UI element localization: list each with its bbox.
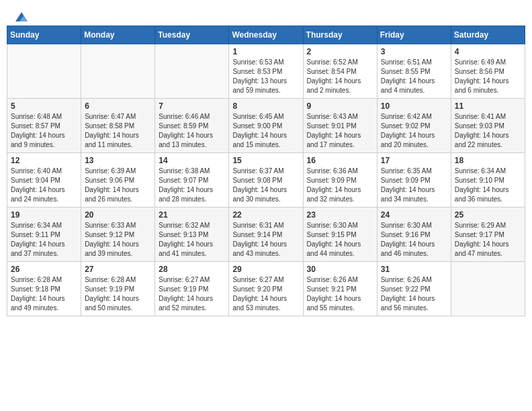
day-info: Sunrise: 6:40 AMSunset: 9:04 PMDaylight:… <box>11 167 77 204</box>
day-info: Sunrise: 6:36 AMSunset: 9:09 PMDaylight:… <box>307 167 373 204</box>
calendar-day-cell: 18Sunrise: 6:34 AMSunset: 9:10 PMDayligh… <box>451 153 525 208</box>
day-info: Sunrise: 6:46 AMSunset: 8:59 PMDaylight:… <box>159 112 225 150</box>
calendar-table: SundayMondayTuesdayWednesdayThursdayFrid… <box>7 26 525 316</box>
sunset-text: Sunset: 9:18 PM <box>11 285 77 294</box>
sunset-text: Sunset: 9:21 PM <box>307 285 373 294</box>
calendar-week-row: 5Sunrise: 6:48 AMSunset: 8:57 PMDaylight… <box>7 99 525 153</box>
sunset-text: Sunset: 8:56 PM <box>455 67 521 77</box>
day-number: 9 <box>307 101 373 111</box>
sunset-text: Sunset: 9:12 PM <box>85 230 151 240</box>
day-number: 27 <box>85 265 151 274</box>
sunrise-text: Sunrise: 6:39 AM <box>85 167 151 176</box>
daylight-text: Daylight: 14 hours and 28 minutes. <box>159 185 225 204</box>
day-info: Sunrise: 6:52 AMSunset: 8:54 PMDaylight:… <box>307 58 373 95</box>
day-info: Sunrise: 6:28 AMSunset: 9:18 PMDaylight:… <box>11 275 77 313</box>
sunrise-text: Sunrise: 6:34 AM <box>455 167 521 176</box>
logo-icon <box>14 11 29 23</box>
day-number: 17 <box>381 156 447 165</box>
day-of-week-header: Friday <box>377 26 451 44</box>
sunset-text: Sunset: 9:13 PM <box>159 230 225 240</box>
calendar-day-cell: 5Sunrise: 6:48 AMSunset: 8:57 PMDaylight… <box>7 99 81 153</box>
calendar-day-cell: 9Sunrise: 6:43 AMSunset: 9:01 PMDaylight… <box>303 99 377 153</box>
daylight-text: Daylight: 14 hours and 43 minutes. <box>232 240 299 259</box>
day-info: Sunrise: 6:31 AMSunset: 9:14 PMDaylight:… <box>232 221 299 259</box>
sunset-text: Sunset: 9:02 PM <box>381 122 447 131</box>
day-info: Sunrise: 6:30 AMSunset: 9:16 PMDaylight:… <box>381 221 447 259</box>
day-number: 1 <box>232 47 299 56</box>
calendar-day-cell: 3Sunrise: 6:51 AMSunset: 8:55 PMDaylight… <box>377 44 451 99</box>
sunrise-text: Sunrise: 6:35 AM <box>381 167 447 176</box>
day-info: Sunrise: 6:35 AMSunset: 9:09 PMDaylight:… <box>381 167 447 204</box>
sunset-text: Sunset: 9:16 PM <box>381 230 447 240</box>
sunrise-text: Sunrise: 6:27 AM <box>159 275 225 285</box>
day-number: 2 <box>307 47 373 56</box>
day-info: Sunrise: 6:34 AMSunset: 9:11 PMDaylight:… <box>11 221 77 259</box>
day-info: Sunrise: 6:42 AMSunset: 9:02 PMDaylight:… <box>381 112 447 150</box>
daylight-text: Daylight: 14 hours and 6 minutes. <box>455 77 521 95</box>
calendar-day-cell: 13Sunrise: 6:39 AMSunset: 9:06 PMDayligh… <box>81 153 155 208</box>
daylight-text: Daylight: 14 hours and 52 minutes. <box>159 294 225 313</box>
calendar-day-cell: 10Sunrise: 6:42 AMSunset: 9:02 PMDayligh… <box>377 99 451 153</box>
calendar-day-cell: 24Sunrise: 6:30 AMSunset: 9:16 PMDayligh… <box>377 208 451 262</box>
calendar-day-cell <box>155 44 229 99</box>
sunset-text: Sunset: 9:19 PM <box>159 285 225 294</box>
day-number: 25 <box>455 210 521 220</box>
day-number: 4 <box>455 47 521 56</box>
calendar-day-cell: 8Sunrise: 6:45 AMSunset: 9:00 PMDaylight… <box>229 99 303 153</box>
daylight-text: Daylight: 14 hours and 50 minutes. <box>85 294 151 313</box>
sunrise-text: Sunrise: 6:41 AM <box>455 112 521 122</box>
sunrise-text: Sunrise: 6:30 AM <box>307 221 373 230</box>
sunrise-text: Sunrise: 6:46 AM <box>159 112 225 122</box>
daylight-text: Daylight: 14 hours and 26 minutes. <box>85 185 151 204</box>
day-number: 21 <box>159 210 225 220</box>
day-number: 30 <box>307 265 373 274</box>
calendar-day-cell: 14Sunrise: 6:38 AMSunset: 9:07 PMDayligh… <box>155 153 229 208</box>
sunrise-text: Sunrise: 6:52 AM <box>307 58 373 67</box>
calendar-day-cell: 21Sunrise: 6:32 AMSunset: 9:13 PMDayligh… <box>155 208 229 262</box>
sunrise-text: Sunrise: 6:29 AM <box>455 221 521 230</box>
calendar-week-row: 19Sunrise: 6:34 AMSunset: 9:11 PMDayligh… <box>7 208 525 262</box>
daylight-text: Daylight: 14 hours and 47 minutes. <box>455 240 521 259</box>
sunset-text: Sunset: 9:07 PM <box>159 176 225 185</box>
sunrise-text: Sunrise: 6:28 AM <box>85 275 151 285</box>
day-number: 7 <box>159 101 225 111</box>
day-info: Sunrise: 6:32 AMSunset: 9:13 PMDaylight:… <box>159 221 225 259</box>
sunset-text: Sunset: 9:17 PM <box>455 230 521 240</box>
daylight-text: Daylight: 14 hours and 53 minutes. <box>232 294 299 313</box>
calendar-day-cell: 27Sunrise: 6:28 AMSunset: 9:19 PMDayligh… <box>81 262 155 316</box>
sunrise-text: Sunrise: 6:30 AM <box>381 221 447 230</box>
calendar-day-cell: 15Sunrise: 6:37 AMSunset: 9:08 PMDayligh… <box>229 153 303 208</box>
day-info: Sunrise: 6:43 AMSunset: 9:01 PMDaylight:… <box>307 112 373 150</box>
sunrise-text: Sunrise: 6:45 AM <box>232 112 299 122</box>
daylight-text: Daylight: 14 hours and 15 minutes. <box>232 131 299 150</box>
sunrise-text: Sunrise: 6:26 AM <box>307 275 373 285</box>
daylight-text: Daylight: 14 hours and 24 minutes. <box>11 185 77 204</box>
calendar-day-cell: 6Sunrise: 6:47 AMSunset: 8:58 PMDaylight… <box>81 99 155 153</box>
calendar-day-cell: 12Sunrise: 6:40 AMSunset: 9:04 PMDayligh… <box>7 153 81 208</box>
sunrise-text: Sunrise: 6:33 AM <box>85 221 151 230</box>
day-info: Sunrise: 6:51 AMSunset: 8:55 PMDaylight:… <box>381 58 447 95</box>
sunrise-text: Sunrise: 6:37 AM <box>232 167 299 176</box>
sunrise-text: Sunrise: 6:28 AM <box>11 275 77 285</box>
calendar-day-cell: 26Sunrise: 6:28 AMSunset: 9:18 PMDayligh… <box>7 262 81 316</box>
day-number: 23 <box>307 210 373 220</box>
sunrise-text: Sunrise: 6:48 AM <box>11 112 77 122</box>
day-info: Sunrise: 6:26 AMSunset: 9:22 PMDaylight:… <box>381 275 447 313</box>
day-number: 8 <box>232 101 299 111</box>
calendar-week-row: 12Sunrise: 6:40 AMSunset: 9:04 PMDayligh… <box>7 153 525 208</box>
calendar-day-cell: 31Sunrise: 6:26 AMSunset: 9:22 PMDayligh… <box>377 262 451 316</box>
day-number: 16 <box>307 156 373 165</box>
day-number: 14 <box>159 156 225 165</box>
daylight-text: Daylight: 13 hours and 59 minutes. <box>232 77 299 95</box>
calendar-day-cell: 7Sunrise: 6:46 AMSunset: 8:59 PMDaylight… <box>155 99 229 153</box>
day-number: 5 <box>11 101 77 111</box>
sunset-text: Sunset: 9:09 PM <box>307 176 373 185</box>
day-of-week-header: Saturday <box>451 26 525 44</box>
calendar-day-cell: 17Sunrise: 6:35 AMSunset: 9:09 PMDayligh… <box>377 153 451 208</box>
sunset-text: Sunset: 8:57 PM <box>11 122 77 131</box>
daylight-text: Daylight: 14 hours and 56 minutes. <box>381 294 447 313</box>
daylight-text: Daylight: 14 hours and 49 minutes. <box>11 294 77 313</box>
day-info: Sunrise: 6:41 AMSunset: 9:03 PMDaylight:… <box>455 112 521 150</box>
sunset-text: Sunset: 9:08 PM <box>232 176 299 185</box>
day-number: 6 <box>85 101 151 111</box>
